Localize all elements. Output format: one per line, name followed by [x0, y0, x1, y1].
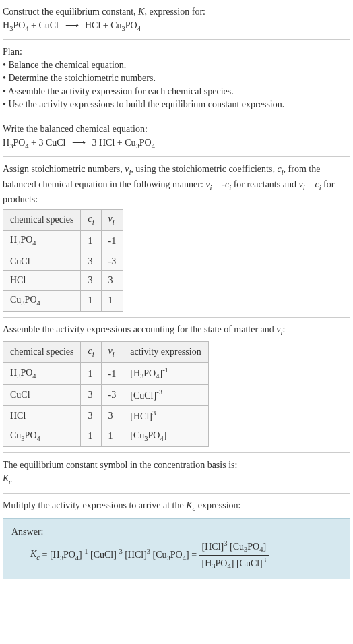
cell-nu: 1	[101, 426, 123, 446]
balanced-header: Write the balanced chemical equation:	[3, 123, 350, 136]
table-row: HCl 3 3	[3, 271, 123, 291]
ksymbol: Kc	[3, 472, 350, 487]
col-nui: νi	[101, 209, 123, 230]
cell-species: Cu3PO4	[3, 290, 81, 311]
cell-c: 1	[81, 363, 101, 385]
table-header-row: chemical species ci νi activity expressi…	[3, 341, 209, 362]
cell-expr: [HCl]3	[123, 405, 208, 426]
cell-expr: [Cu3PO4]	[123, 426, 208, 446]
answer-box: Answer: Kc = [H3PO4]-1 [CuCl]-3 [HCl]3 […	[3, 518, 350, 579]
cell-species: HCl	[3, 405, 81, 426]
balanced-section: Write the balanced chemical equation: H3…	[3, 123, 350, 151]
plan-header: Plan:	[3, 45, 350, 59]
fraction-numerator: [HCl]3 [Cu3PO4]	[199, 539, 269, 556]
cell-c: 3	[81, 385, 101, 405]
unbalanced-reaction: H3PO4 + CuCl ⟶ HCl + Cu3PO4	[3, 19, 350, 34]
balanced-reaction: H3PO4 + 3 CuCl ⟶ 3 HCl + Cu3PO4	[3, 136, 350, 151]
cell-nu: 3	[101, 405, 123, 426]
table-row: Cu3PO4 1 1	[3, 290, 123, 311]
plan-bullet: • Determine the stoichiometric numbers.	[3, 71, 350, 85]
answer-label: Answer:	[11, 525, 342, 539]
cell-species: HCl	[3, 271, 81, 291]
cell-nu: -1	[101, 363, 123, 385]
cell-species: H3PO4	[3, 231, 81, 252]
ksymbol-line: The equilibrium constant symbol in the c…	[3, 459, 350, 472]
cell-c: 3	[81, 405, 101, 426]
cell-nu: -3	[101, 252, 123, 271]
fraction-denominator: [H3PO4] [CuCl]3	[199, 556, 269, 572]
col-nui: νi	[101, 341, 123, 362]
stoich-intro: Assign stoichiometric numbers, νi, using…	[3, 163, 350, 206]
col-ci: ci	[81, 209, 101, 230]
col-activity: activity expression	[123, 341, 208, 362]
cell-species: CuCl	[3, 252, 81, 271]
stoich-section: Assign stoichiometric numbers, νi, using…	[3, 163, 350, 312]
cell-nu: -3	[101, 385, 123, 405]
cell-nu: 3	[101, 271, 123, 291]
prompt-line1: Construct the equilibrium constant, K, e…	[3, 5, 350, 19]
divider	[3, 156, 350, 157]
stoich-table: chemical species ci νi H3PO4 1 -1 CuCl 3…	[3, 209, 123, 312]
cell-species: Cu3PO4	[3, 426, 81, 446]
cell-c: 3	[81, 252, 101, 271]
plan-bullet: • Use the activity expressions to build …	[3, 98, 350, 111]
plan-bullet: • Balance the chemical equation.	[3, 59, 350, 72]
table-row: H3PO4 1 -1 [H3PO4]-1	[3, 363, 209, 385]
cell-c: 1	[81, 290, 101, 311]
activity-intro: Assemble the activity expressions accoun…	[3, 323, 350, 338]
cell-nu: 1	[101, 290, 123, 311]
multiply-section: Mulitply the activity expressions to arr…	[3, 499, 350, 514]
multiply-line: Mulitply the activity expressions to arr…	[3, 499, 350, 514]
plan-bullet: • Assemble the activity expression for e…	[3, 85, 350, 98]
activity-table: chemical species ci νi activity expressi…	[3, 341, 209, 448]
cell-c: 3	[81, 271, 101, 291]
cell-expr: [CuCl]-3	[123, 385, 208, 405]
answer-fraction: [HCl]3 [Cu3PO4] [H3PO4] [CuCl]3	[199, 539, 269, 572]
table-row: HCl 3 3 [HCl]3	[3, 405, 209, 426]
table-row: Cu3PO4 1 1 [Cu3PO4]	[3, 426, 209, 446]
answer-expression: Kc = [H3PO4]-1 [CuCl]-3 [HCl]3 [Cu3PO4] …	[30, 539, 342, 572]
col-species: chemical species	[3, 209, 81, 230]
divider	[3, 317, 350, 318]
cell-c: 1	[81, 426, 101, 446]
divider	[3, 493, 350, 494]
divider	[3, 39, 350, 40]
cell-expr: [H3PO4]-1	[123, 363, 208, 385]
cell-nu: -1	[101, 231, 123, 252]
cell-species: H3PO4	[3, 363, 81, 385]
table-row: CuCl 3 -3	[3, 252, 123, 271]
cell-c: 1	[81, 231, 101, 252]
table-row: H3PO4 1 -1	[3, 231, 123, 252]
cell-species: CuCl	[3, 385, 81, 405]
plan-section: Plan: • Balance the chemical equation. •…	[3, 45, 350, 111]
prompt-section: Construct the equilibrium constant, K, e…	[3, 5, 350, 34]
col-species: chemical species	[3, 341, 81, 362]
divider	[3, 117, 350, 117]
col-ci: ci	[81, 341, 101, 362]
table-row: CuCl 3 -3 [CuCl]-3	[3, 385, 209, 405]
divider	[3, 452, 350, 453]
ksymbol-section: The equilibrium constant symbol in the c…	[3, 459, 350, 487]
activity-section: Assemble the activity expressions accoun…	[3, 323, 350, 447]
table-header-row: chemical species ci νi	[3, 209, 123, 230]
